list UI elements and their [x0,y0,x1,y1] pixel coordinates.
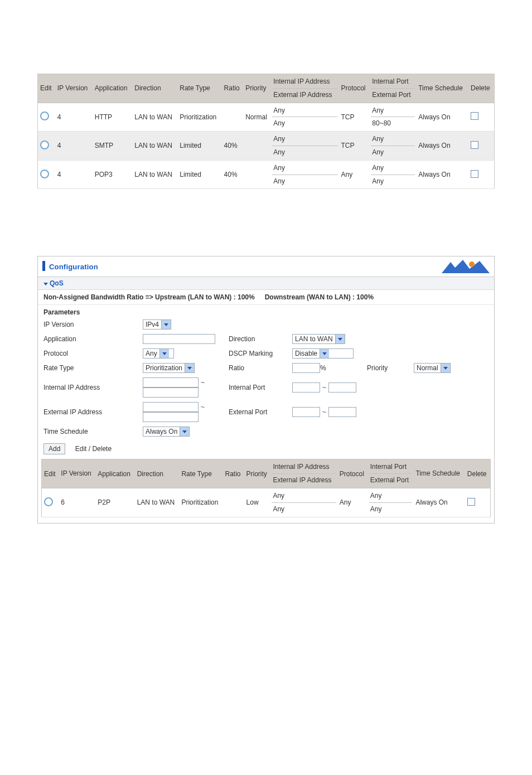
add-button[interactable]: Add [43,443,65,454]
time-schedule-select[interactable]: Always On [143,427,190,437]
bandwidth-info: Non-Assigned Bandwidth Ratio => Upstream… [38,290,494,305]
application-input[interactable] [143,334,215,344]
direction-select[interactable]: LAN to WAN [292,334,345,344]
th-app: Application [95,459,134,488]
th-proto: Protocol [337,459,368,488]
parameters-label: Parameters [38,305,494,319]
application-label: Application [43,334,143,344]
th-del: Delete [468,74,494,103]
table-row: 4HTTPLAN to WANPrioritizationNormalAnyAn… [38,103,495,132]
cell-proto: Any [339,160,370,189]
delete-checkbox[interactable] [471,170,478,178]
cell-rate: Prioritization [179,488,223,517]
cell-ipver: 4 [55,103,93,132]
qos-rules-table-top: Edit IP Version Application Direction Ra… [37,74,495,189]
dscp-select[interactable]: Disable [292,348,354,359]
ratio-label: Ratio [229,364,290,372]
table-row: 4SMTPLAN to WANLimited40%AnyAnyTCPAnyAny… [38,132,495,161]
th-dir: Direction [132,74,177,103]
cell-prio: Low [244,488,271,517]
cell-ts: Always On [416,160,468,189]
chevron-down-icon [320,349,329,358]
internal-port-label: Internal Port [229,384,290,391]
ipversion-select[interactable]: IPv4 [143,319,171,330]
cell-proto: TCP [339,103,370,132]
cell-prio [243,160,271,189]
cell-rate: Limited [177,132,221,161]
internal-port-to[interactable] [328,382,356,393]
qos-rules-table-bottom: Edit IP Version Application Direction Ra… [41,459,491,517]
direction-label: Direction [229,335,290,343]
svg-point-0 [469,261,475,267]
cell-ipver: 6 [59,488,95,517]
ratetype-select[interactable]: Prioritization [143,363,195,373]
cell-ratio [223,488,244,517]
th-ts: Time Schedule [413,459,465,488]
priority-select[interactable]: Normal [414,363,451,373]
cell-dir: LAN to WAN [132,132,177,161]
internal-ip-to[interactable] [143,388,199,398]
protocol-select[interactable]: Any [143,348,174,359]
th-rate: Rate Type [179,459,223,488]
cell-port: AnyAny [370,132,416,161]
chevron-down-icon [185,364,194,372]
th-ip: Internal IP AddressExternal IP Address [270,459,337,488]
th-ipver: IP Version [55,74,93,103]
caret-down-icon [43,283,48,285]
internal-ip-from[interactable] [143,377,199,388]
delete-checkbox[interactable] [471,112,478,120]
th-ratio: Ratio [223,459,244,488]
qos-section-header[interactable]: QoS [38,277,494,290]
th-edit: Edit [38,74,55,103]
protocol-label: Protocol [43,348,143,359]
panel-logo-icon [441,259,491,274]
panel-accent [42,261,45,271]
th-rate: Rate Type [177,74,221,103]
external-port-to[interactable] [328,407,356,417]
table-row: 6P2PLAN to WANPrioritizationLowAnyAnyAny… [42,488,491,517]
cell-app: POP3 [93,160,133,189]
cell-ip: AnyAny [271,160,338,189]
th-prio: Priority [244,459,271,488]
delete-checkbox[interactable] [471,141,478,149]
ratio-input[interactable] [292,363,320,373]
cell-app: HTTP [93,103,133,132]
cell-ip: AnyAny [271,132,338,161]
edit-radio[interactable] [40,112,49,120]
external-ip-to[interactable] [143,412,199,422]
th-ipver: IP Version [59,459,95,488]
chevron-down-icon [180,427,189,436]
cell-dir: LAN to WAN [132,160,177,189]
th-del: Delete [465,459,491,488]
ipversion-label: IP Version [43,319,143,330]
external-port-label: External Port [229,408,290,416]
external-ip-from[interactable] [143,402,199,412]
delete-checkbox[interactable] [467,498,475,506]
edit-radio[interactable] [40,141,49,149]
table-row: 4POP3LAN to WANLimited40%AnyAnyAnyAnyAny… [38,160,495,189]
cell-ratio [222,103,244,132]
cell-port: Any80~80 [370,103,416,132]
th-app: Application [93,74,133,103]
edit-delete-label: Edit / Delete [75,445,112,453]
internal-ip-label: Internal IP Address [43,377,143,398]
cell-rate: Limited [177,160,221,189]
th-ts: Time Schedule [416,74,468,103]
chevron-down-icon [161,320,171,329]
cell-proto: TCP [339,132,370,161]
internal-port-from[interactable] [292,382,320,393]
th-ratio: Ratio [222,74,244,103]
chevron-down-icon [335,335,345,343]
cell-port: AnyAny [370,160,416,189]
priority-label: Priority [367,364,412,372]
cell-app: SMTP [93,132,133,161]
edit-radio[interactable] [40,169,49,178]
ratetype-label: Rate Type [43,363,143,373]
cell-proto: Any [337,488,368,517]
th-dir: Direction [135,459,180,488]
external-port-from[interactable] [292,407,320,417]
chevron-down-icon [441,364,450,372]
th-ip: Internal IP AddressExternal IP Address [271,74,338,103]
panel-title: Configuration [49,263,98,271]
edit-radio[interactable] [44,497,53,506]
